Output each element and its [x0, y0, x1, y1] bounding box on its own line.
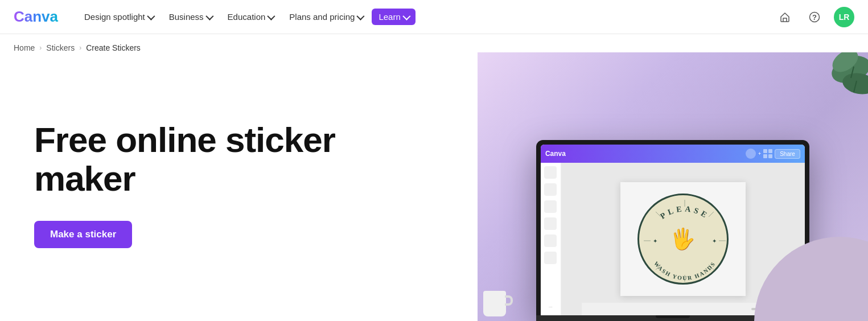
page-body: Free online sticker maker Make a sticker	[0, 52, 868, 321]
chevron-down-icon	[147, 12, 155, 20]
mug-body	[483, 291, 506, 316]
canva-topbar: Canva + Sha	[541, 145, 805, 163]
bottom-right-curve	[754, 225, 868, 321]
chevron-down-icon	[402, 12, 410, 20]
canva-sidebar-icon-2	[544, 183, 557, 196]
canva-sidebar-icon-3	[544, 200, 557, 213]
sticker-bottom-text-svg: WASH YOUR HANDS	[639, 237, 729, 283]
canva-sidebar-more: ···	[549, 304, 553, 312]
canva-sidebar-icon-5	[544, 234, 557, 247]
canva-logo[interactable]: Canva	[14, 8, 59, 26]
canva-sidebar: ···	[541, 163, 561, 315]
mug-handle	[505, 295, 513, 306]
breadcrumb-current: Create Stickers	[86, 43, 141, 52]
sticker-top-text-svg: PLEASE	[639, 195, 729, 241]
canva-share-button[interactable]: Share	[775, 149, 800, 159]
canva-sidebar-icon-6	[544, 252, 557, 264]
hero-left: Free online sticker maker Make a sticker	[0, 52, 478, 321]
laptop-hinge	[656, 315, 690, 318]
canva-topbar-logo: Canva	[545, 150, 566, 158]
navbar: Canva Design spotlight Business Educatio…	[0, 0, 868, 34]
canva-sidebar-icon-1	[544, 166, 557, 179]
plant-decoration	[805, 52, 868, 123]
canva-plus-icon: +	[758, 151, 761, 157]
canva-sidebar-icon-4	[544, 217, 557, 230]
breadcrumb-separator: ›	[39, 44, 42, 52]
chevron-down-icon	[205, 12, 213, 20]
breadcrumb-stickers[interactable]: Stickers	[46, 43, 75, 52]
canva-topbar-right: + Share	[746, 149, 800, 159]
home-button[interactable]	[775, 7, 795, 27]
nav-item-business[interactable]: Business	[162, 9, 219, 25]
breadcrumb-separator: ›	[79, 44, 81, 52]
curve-shape	[754, 237, 868, 321]
breadcrumb: Home › Stickers › Create Stickers	[0, 34, 868, 52]
svg-text:Canva: Canva	[14, 8, 59, 25]
nav-item-learn[interactable]: Learn	[372, 9, 415, 25]
canva-grid-icon	[763, 149, 772, 158]
nav-item-design-spotlight[interactable]: Design spotlight	[77, 9, 160, 25]
sticker-inner: ✦ ✦ 🖐	[639, 195, 727, 283]
nav-item-education[interactable]: Education	[221, 9, 281, 25]
chevron-down-icon	[268, 12, 275, 20]
sticker-design: ✦ ✦ 🖐	[637, 194, 729, 285]
svg-text:?: ?	[812, 13, 817, 22]
help-button[interactable]: ?	[804, 7, 825, 27]
avatar[interactable]: LR	[834, 7, 854, 27]
hero-title: Free online sticker maker	[34, 121, 443, 198]
make-sticker-button[interactable]: Make a sticker	[34, 221, 132, 248]
nav-item-plans-pricing[interactable]: Plans and pricing	[282, 9, 369, 25]
svg-text:PLEASE: PLEASE	[659, 204, 711, 220]
hero-right: Canva + Sha	[478, 52, 868, 321]
breadcrumb-home[interactable]: Home	[14, 43, 35, 52]
nav-menu: Design spotlight Business Education Plan…	[77, 9, 775, 25]
svg-text:WASH YOUR HANDS: WASH YOUR HANDS	[653, 260, 717, 281]
nav-right: ? LR	[775, 7, 854, 27]
canva-avatar-icon	[746, 149, 756, 159]
mug-decoration	[483, 291, 512, 321]
canva-canvas: ✦ ✦ 🖐	[620, 182, 746, 296]
chevron-down-icon	[357, 12, 365, 20]
